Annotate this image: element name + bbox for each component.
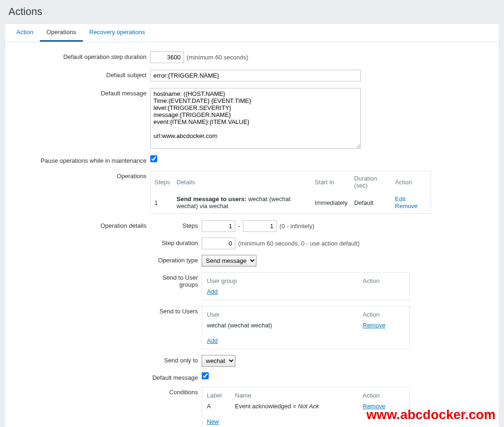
th-details: Details (174, 172, 311, 192)
label-optype: Operation type (150, 255, 202, 264)
th-usergroup: User group (207, 277, 363, 284)
cell-steps: 1 (152, 193, 173, 212)
th-condlabel: Label (207, 392, 235, 399)
label-defmsg: Default message (150, 372, 202, 381)
label-duration: Default operation step duration (19, 51, 150, 60)
main-panel: Action Operations Recovery operations De… (5, 23, 499, 427)
tabs: Action Operations Recovery operations (5, 24, 499, 42)
th-ugaction: Action (363, 277, 405, 284)
th-uaction: Action (363, 311, 405, 318)
tab-action[interactable]: Action (10, 24, 40, 42)
th-steps: Steps (152, 172, 173, 192)
textarea-message[interactable]: hostname: ({HOST.NAME} Time:{EVENT.DATE}… (150, 88, 361, 149)
th-start: Start in (312, 172, 351, 192)
hint-stepdur: (minimum 60 seconds, 0 - use action defa… (238, 240, 359, 247)
cell-start: Immediately (312, 193, 351, 212)
link-remove[interactable]: Remove (395, 203, 417, 210)
checkbox-defmsg[interactable] (202, 372, 209, 379)
label-stepdur: Step duration (150, 238, 202, 246)
page-title: Actions (0, 0, 504, 23)
cell-details: Send message to users: wechat (wechat we… (174, 193, 311, 212)
tab-recovery[interactable]: Recovery operations (83, 24, 152, 42)
watermark-url: www.abcdocker.com (366, 407, 496, 422)
cell-dur: Default (351, 193, 391, 212)
label-sendusers: Send to Users (150, 306, 202, 315)
hint-min60: (minimum 60 seconds) (187, 54, 248, 61)
label-steps: Steps (150, 220, 202, 229)
user-entry: wechat (wechat wechat) (207, 322, 363, 329)
input-step-to[interactable] (243, 220, 277, 232)
operation-details: Steps - (0 - infinitely) Step duration (150, 220, 431, 427)
hint-inf: (0 - infinitely) (279, 223, 314, 230)
th-dur: Duration (sec) (351, 172, 391, 192)
form: Default operation step duration (minimum… (5, 42, 499, 427)
tab-operations[interactable]: Operations (40, 24, 83, 42)
label-conditions: Conditions (150, 387, 202, 396)
th-condname: Name (235, 392, 363, 399)
checkbox-pause[interactable] (150, 155, 157, 162)
operations-table: Steps Details Start in Duration (sec) Ac… (150, 171, 431, 214)
cell-action: Edit Remove (392, 193, 430, 212)
label-sendonly: Send only to (150, 355, 202, 364)
select-sendonly[interactable]: wechat (202, 355, 235, 367)
th-action: Action (392, 172, 430, 192)
label-opdetails: Operation details (19, 220, 150, 229)
select-optype[interactable]: Send message (202, 255, 256, 267)
input-stepdur[interactable] (202, 238, 235, 249)
link-new-cond[interactable]: New (207, 418, 219, 425)
link-add-user[interactable]: Add (207, 337, 218, 344)
input-subject[interactable] (150, 70, 361, 81)
label-subject: Default subject (19, 70, 150, 79)
panel-usergroups: User group Action Add (202, 272, 410, 300)
panel-users: User Action wechat (wechat wechat) Remov… (202, 306, 410, 349)
table-row: 1 Send message to users: wechat (wechat … (152, 193, 430, 212)
cond-name: Event acknowledged = Not Ack (235, 403, 363, 410)
link-edit[interactable]: Edit (395, 195, 405, 203)
input-duration[interactable] (150, 51, 184, 63)
link-add-group[interactable]: Add (207, 288, 218, 295)
th-condaction: Action (363, 392, 405, 399)
link-remove-user[interactable]: Remove (363, 322, 385, 329)
label-sendgroups: Send to User groups (150, 272, 202, 288)
th-user: User (207, 311, 363, 318)
label-message: Default message (19, 88, 150, 97)
input-step-from[interactable] (202, 220, 235, 232)
label-pause: Pause operations while in maintenance (19, 155, 150, 164)
label-operations: Operations (19, 171, 150, 180)
cond-label: A (207, 403, 235, 410)
